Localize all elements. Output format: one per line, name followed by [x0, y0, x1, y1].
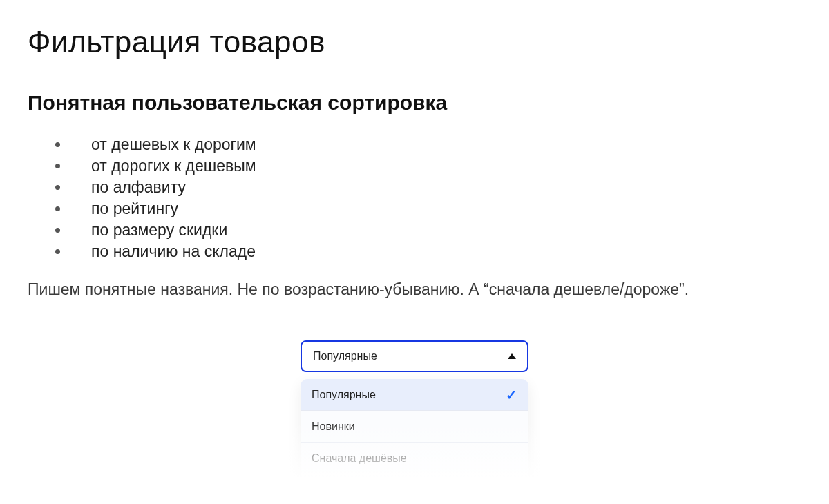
option-label: Сначала дорогие: [312, 484, 401, 496]
sort-dropdown-trigger[interactable]: Популярные: [301, 340, 528, 372]
sort-dropdown-option[interactable]: Сначала дорогие: [301, 474, 528, 504]
sort-dropdown: Популярные Популярные ✓ Новинки Сначала …: [301, 340, 528, 504]
list-item: по алфавиту: [28, 177, 801, 198]
sort-dropdown-option[interactable]: Новинки: [301, 411, 528, 443]
caret-up-icon: [508, 353, 516, 359]
check-icon: ✓: [506, 387, 517, 403]
section-subtitle: Понятная пользовательская сортировка: [28, 91, 801, 115]
list-item: по размеру скидки: [28, 220, 801, 241]
list-item: от дорогих к дешевым: [28, 155, 801, 177]
sort-examples-list: от дешевых к дорогим от дорогих к дешевы…: [28, 134, 801, 262]
sort-dropdown-option[interactable]: Сначала дешёвые: [301, 443, 528, 474]
list-item: от дешевых к дорогим: [28, 134, 801, 155]
sort-dropdown-menu: Популярные ✓ Новинки Сначала дешёвые Сна…: [301, 379, 528, 504]
hint-text: Пишем понятные названия. Не по возрастан…: [28, 280, 801, 299]
option-label: Сначала дешёвые: [312, 452, 407, 465]
list-item: по наличию на складе: [28, 241, 801, 262]
sort-dropdown-option[interactable]: Популярные ✓: [301, 379, 528, 411]
page-title: Фильтрация товаров: [28, 25, 801, 59]
sort-dropdown-selected-label: Популярные: [313, 350, 377, 362]
option-label: Новинки: [312, 420, 355, 433]
option-label: Популярные: [312, 389, 376, 401]
list-item: по рейтингу: [28, 198, 801, 220]
